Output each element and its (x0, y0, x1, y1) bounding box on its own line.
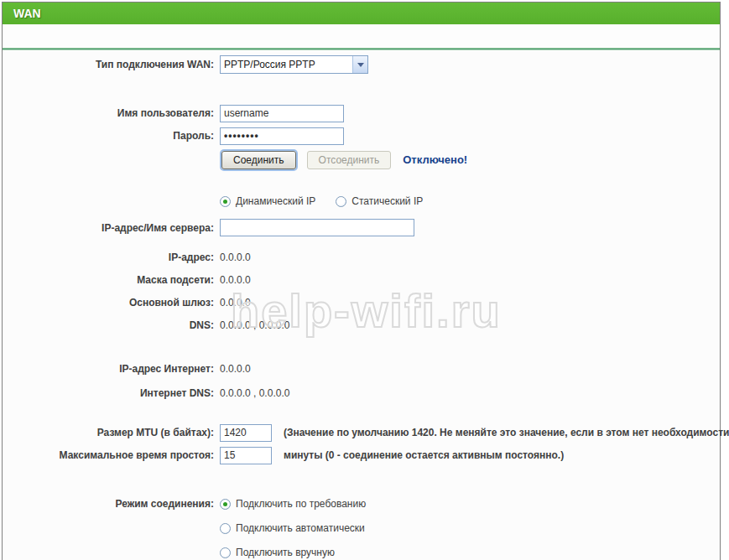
connection-mode-label: Режим соединения: (3, 498, 214, 510)
username-label: Имя пользователя: (3, 107, 214, 119)
header-gap (3, 24, 720, 48)
radio-dynamic-ip-label: Динамический IP (236, 195, 315, 207)
connect-button[interactable]: Соединить (221, 151, 296, 169)
password-input[interactable] (220, 127, 344, 145)
page-title: WAN (3, 3, 720, 24)
username-input[interactable] (220, 105, 344, 122)
gateway-value: 0.0.0.0 (220, 297, 251, 309)
radio-connect-automatically-label: Подключить автоматически (236, 522, 365, 534)
internet-dns-label: Интернет DNS: (3, 387, 214, 399)
disconnect-button: Отсоединить (307, 151, 392, 169)
wan-type-row: Тип подключения WAN: PPTP/Россия PPTP (3, 55, 720, 74)
mtu-row: Размер MTU (в байтах): (Значение по умол… (3, 423, 720, 442)
dns-row: DNS: 0.0.0.0 , 0.0.0.0 (3, 319, 720, 331)
server-row: IP-адрес/Имя сервера: (3, 218, 720, 237)
wan-type-selected-value: PPTP/Россия PPTP (221, 59, 352, 70)
ip-value: 0.0.0.0 (220, 251, 251, 263)
internet-dns-value: 0.0.0.0 , 0.0.0.0 (220, 387, 289, 399)
radio-connect-manually-icon[interactable] (220, 547, 231, 558)
gateway-row: Основной шлюз: 0.0.0.0 (3, 296, 720, 309)
mtu-input[interactable] (220, 424, 272, 442)
radio-static-ip-icon[interactable] (336, 196, 346, 207)
idle-time-input[interactable] (220, 447, 272, 464)
mask-row: Маска подсети: 0.0.0.0 (3, 273, 720, 286)
mtu-note: (Значение по умолчанию 1420. Не меняйте … (284, 427, 729, 438)
radio-static-ip-label: Статический IP (351, 195, 423, 207)
radio-item-connect-automatically[interactable]: Подключить автоматически (220, 522, 365, 534)
idle-time-label: Максимальное время простоя: (3, 449, 214, 461)
connect-buttons-row: Соединить Отсоединить Отключено! (3, 150, 720, 169)
password-row: Пароль: (3, 127, 720, 145)
internet-ip-value: 0.0.0.0 (220, 363, 251, 375)
internet-ip-row: IP-адрес Интернет: 0.0.0.0 (3, 362, 720, 375)
radio-item-static-ip[interactable]: Статический IP (336, 195, 423, 207)
radio-dynamic-ip-icon[interactable] (220, 196, 231, 207)
chevron-down-icon[interactable] (352, 56, 367, 73)
dns-value: 0.0.0.0 , 0.0.0.0 (220, 319, 289, 331)
idle-time-note: минуты (0 - соединение остается активным… (284, 449, 564, 461)
dns-label: DNS: (3, 319, 214, 331)
radio-connect-on-demand-icon[interactable] (220, 499, 231, 510)
server-input[interactable] (220, 219, 414, 236)
radio-item-connect-manually[interactable]: Подключить вручную (220, 547, 335, 558)
internet-ip-label: IP-адрес Интернет: (3, 363, 214, 375)
radio-connect-automatically-icon[interactable] (220, 523, 231, 534)
server-label: IP-адрес/Имя сервера: (3, 222, 214, 234)
gateway-label: Основной шлюз: (3, 297, 214, 309)
connection-status: Отключено! (403, 153, 467, 166)
radio-item-connect-on-demand[interactable]: Подключить по требованию (220, 498, 366, 510)
wan-type-label: Тип подключения WAN: (3, 59, 214, 70)
ip-row: IP-адрес: 0.0.0.0 (3, 251, 720, 263)
radio-connect-manually-label: Подключить вручную (236, 547, 335, 558)
idle-time-row: Максимальное время простоя: минуты (0 - … (3, 446, 720, 464)
wan-form: Тип подключения WAN: PPTP/Россия PPTP Им… (3, 50, 720, 558)
mask-label: Маска подсети: (3, 274, 214, 286)
address-mode-row: Динамический IP Статический IP (3, 195, 720, 207)
wan-settings-panel: WAN Тип подключения WAN: PPTP/Россия PPT… (2, 2, 721, 560)
wan-type-select[interactable]: PPTP/Россия PPTP (220, 55, 368, 74)
mask-value: 0.0.0.0 (220, 274, 251, 286)
internet-dns-row: Интернет DNS: 0.0.0.0 , 0.0.0.0 (3, 386, 720, 399)
radio-connect-on-demand-label: Подключить по требованию (236, 498, 366, 510)
ip-label: IP-адрес: (3, 251, 214, 263)
username-row: Имя пользователя: (3, 104, 720, 122)
password-label: Пароль: (3, 130, 214, 142)
radio-item-dynamic-ip[interactable]: Динамический IP (220, 195, 315, 207)
connection-mode-row: Режим соединения: Подключить по требован… (3, 498, 720, 558)
mtu-label: Размер MTU (в байтах): (3, 427, 214, 438)
